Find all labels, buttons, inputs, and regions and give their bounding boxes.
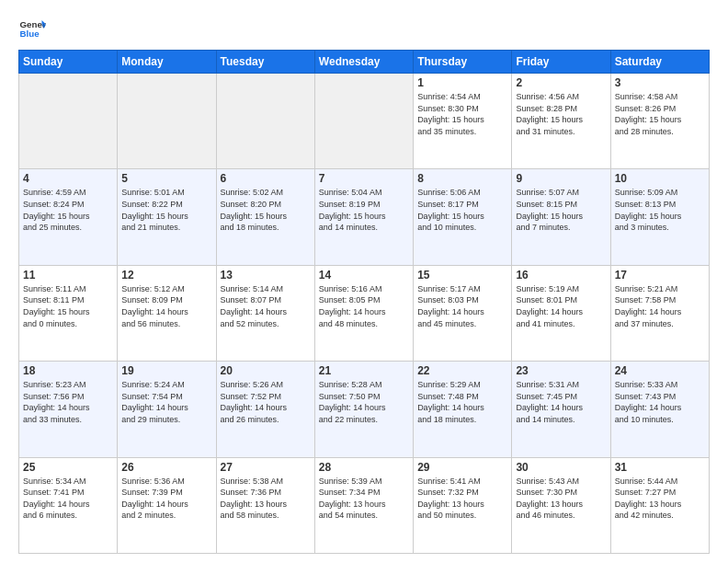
calendar-week-4: 18Sunrise: 5:23 AM Sunset: 7:56 PM Dayli… (19, 362, 710, 457)
day-number: 18 (23, 364, 113, 377)
calendar-week-1: 1Sunrise: 4:54 AM Sunset: 8:30 PM Daylig… (19, 74, 710, 169)
day-info: Sunrise: 5:41 AM Sunset: 7:32 PM Dayligh… (417, 476, 507, 522)
day-number: 23 (516, 364, 606, 377)
svg-text:Blue: Blue (20, 29, 40, 39)
day-number: 16 (516, 269, 606, 282)
day-info: Sunrise: 5:29 AM Sunset: 7:48 PM Dayligh… (417, 379, 507, 425)
day-info: Sunrise: 5:38 AM Sunset: 7:36 PM Dayligh… (221, 476, 311, 522)
calendar-cell: 23Sunrise: 5:31 AM Sunset: 7:45 PM Dayli… (512, 362, 610, 457)
day-info: Sunrise: 5:36 AM Sunset: 7:39 PM Dayligh… (121, 476, 211, 522)
day-info: Sunrise: 5:06 AM Sunset: 8:17 PM Dayligh… (417, 187, 507, 233)
calendar-week-3: 11Sunrise: 5:11 AM Sunset: 8:11 PM Dayli… (19, 265, 710, 361)
day-info: Sunrise: 5:39 AM Sunset: 7:34 PM Dayligh… (319, 476, 409, 522)
calendar-header-saturday: Saturday (610, 51, 709, 74)
day-number: 30 (516, 461, 606, 474)
day-info: Sunrise: 5:17 AM Sunset: 8:03 PM Dayligh… (417, 283, 507, 329)
day-info: Sunrise: 5:24 AM Sunset: 7:54 PM Dayligh… (121, 379, 211, 425)
day-number: 8 (417, 172, 507, 185)
calendar-cell: 3Sunrise: 4:58 AM Sunset: 8:26 PM Daylig… (610, 74, 709, 169)
day-number: 14 (319, 269, 409, 282)
calendar-cell: 25Sunrise: 5:34 AM Sunset: 7:41 PM Dayli… (19, 457, 118, 553)
day-number: 7 (319, 172, 409, 185)
calendar-header-friday: Friday (512, 51, 610, 74)
day-info: Sunrise: 4:59 AM Sunset: 8:24 PM Dayligh… (23, 187, 113, 233)
day-number: 13 (221, 269, 311, 282)
day-number: 3 (615, 76, 705, 89)
day-number: 17 (615, 269, 705, 282)
day-number: 2 (516, 76, 606, 89)
calendar-cell: 19Sunrise: 5:24 AM Sunset: 7:54 PM Dayli… (118, 362, 216, 457)
day-number: 22 (417, 364, 507, 377)
day-number: 4 (23, 172, 113, 185)
day-info: Sunrise: 5:02 AM Sunset: 8:20 PM Dayligh… (221, 187, 311, 233)
day-info: Sunrise: 5:12 AM Sunset: 8:09 PM Dayligh… (121, 283, 211, 329)
calendar-cell: 8Sunrise: 5:06 AM Sunset: 8:17 PM Daylig… (414, 169, 512, 265)
calendar-cell: 20Sunrise: 5:26 AM Sunset: 7:52 PM Dayli… (216, 362, 314, 457)
day-info: Sunrise: 5:16 AM Sunset: 8:05 PM Dayligh… (319, 283, 409, 329)
day-info: Sunrise: 4:58 AM Sunset: 8:26 PM Dayligh… (615, 91, 705, 137)
calendar-cell: 10Sunrise: 5:09 AM Sunset: 8:13 PM Dayli… (610, 169, 709, 265)
calendar-cell: 29Sunrise: 5:41 AM Sunset: 7:32 PM Dayli… (414, 457, 512, 553)
calendar-week-5: 25Sunrise: 5:34 AM Sunset: 7:41 PM Dayli… (19, 457, 710, 553)
day-info: Sunrise: 5:09 AM Sunset: 8:13 PM Dayligh… (615, 187, 705, 233)
calendar-cell: 21Sunrise: 5:28 AM Sunset: 7:50 PM Dayli… (314, 362, 413, 457)
day-number: 1 (417, 76, 507, 89)
day-info: Sunrise: 5:21 AM Sunset: 7:58 PM Dayligh… (615, 283, 705, 329)
day-info: Sunrise: 4:56 AM Sunset: 8:28 PM Dayligh… (516, 91, 606, 137)
day-info: Sunrise: 5:19 AM Sunset: 8:01 PM Dayligh… (516, 283, 606, 329)
day-number: 9 (516, 172, 606, 185)
day-number: 12 (121, 269, 211, 282)
calendar-cell: 27Sunrise: 5:38 AM Sunset: 7:36 PM Dayli… (216, 457, 314, 553)
calendar-cell: 7Sunrise: 5:04 AM Sunset: 8:19 PM Daylig… (314, 169, 413, 265)
logo: General Blue (18, 15, 46, 42)
day-number: 20 (221, 364, 311, 377)
day-number: 15 (417, 269, 507, 282)
day-number: 21 (319, 364, 409, 377)
calendar-cell: 28Sunrise: 5:39 AM Sunset: 7:34 PM Dayli… (314, 457, 413, 553)
day-info: Sunrise: 5:11 AM Sunset: 8:11 PM Dayligh… (23, 283, 113, 329)
day-info: Sunrise: 5:01 AM Sunset: 8:22 PM Dayligh… (121, 187, 211, 233)
calendar-cell: 24Sunrise: 5:33 AM Sunset: 7:43 PM Dayli… (610, 362, 709, 457)
day-number: 11 (23, 269, 113, 282)
day-info: Sunrise: 5:04 AM Sunset: 8:19 PM Dayligh… (319, 187, 409, 233)
calendar-cell: 22Sunrise: 5:29 AM Sunset: 7:48 PM Dayli… (414, 362, 512, 457)
calendar-cell: 16Sunrise: 5:19 AM Sunset: 8:01 PM Dayli… (512, 265, 610, 361)
logo-icon: General Blue (18, 15, 46, 42)
calendar-cell: 26Sunrise: 5:36 AM Sunset: 7:39 PM Dayli… (118, 457, 216, 553)
calendar-cell: 18Sunrise: 5:23 AM Sunset: 7:56 PM Dayli… (19, 362, 118, 457)
calendar-header-thursday: Thursday (414, 51, 512, 74)
calendar-cell (216, 74, 314, 169)
calendar-cell (118, 74, 216, 169)
day-info: Sunrise: 5:07 AM Sunset: 8:15 PM Dayligh… (516, 187, 606, 233)
calendar-cell: 5Sunrise: 5:01 AM Sunset: 8:22 PM Daylig… (118, 169, 216, 265)
calendar-cell: 1Sunrise: 4:54 AM Sunset: 8:30 PM Daylig… (414, 74, 512, 169)
day-number: 29 (417, 461, 507, 474)
calendar-cell: 30Sunrise: 5:43 AM Sunset: 7:30 PM Dayli… (512, 457, 610, 553)
calendar-header-wednesday: Wednesday (314, 51, 413, 74)
header: General Blue (18, 15, 710, 42)
day-info: Sunrise: 5:31 AM Sunset: 7:45 PM Dayligh… (516, 379, 606, 425)
day-number: 26 (121, 461, 211, 474)
calendar-cell: 14Sunrise: 5:16 AM Sunset: 8:05 PM Dayli… (314, 265, 413, 361)
calendar-cell: 6Sunrise: 5:02 AM Sunset: 8:20 PM Daylig… (216, 169, 314, 265)
calendar-header-row: SundayMondayTuesdayWednesdayThursdayFrid… (19, 51, 710, 74)
calendar-cell (314, 74, 413, 169)
calendar-table: SundayMondayTuesdayWednesdayThursdayFrid… (18, 50, 710, 554)
calendar-cell: 12Sunrise: 5:12 AM Sunset: 8:09 PM Dayli… (118, 265, 216, 361)
day-number: 24 (615, 364, 705, 377)
day-number: 19 (121, 364, 211, 377)
day-info: Sunrise: 4:54 AM Sunset: 8:30 PM Dayligh… (417, 91, 507, 137)
day-number: 25 (23, 461, 113, 474)
day-info: Sunrise: 5:23 AM Sunset: 7:56 PM Dayligh… (23, 379, 113, 425)
calendar-cell: 2Sunrise: 4:56 AM Sunset: 8:28 PM Daylig… (512, 74, 610, 169)
day-info: Sunrise: 5:28 AM Sunset: 7:50 PM Dayligh… (319, 379, 409, 425)
calendar-cell: 15Sunrise: 5:17 AM Sunset: 8:03 PM Dayli… (414, 265, 512, 361)
day-number: 28 (319, 461, 409, 474)
day-info: Sunrise: 5:33 AM Sunset: 7:43 PM Dayligh… (615, 379, 705, 425)
calendar-cell: 11Sunrise: 5:11 AM Sunset: 8:11 PM Dayli… (19, 265, 118, 361)
calendar-cell: 4Sunrise: 4:59 AM Sunset: 8:24 PM Daylig… (19, 169, 118, 265)
calendar-week-2: 4Sunrise: 4:59 AM Sunset: 8:24 PM Daylig… (19, 169, 710, 265)
calendar-cell: 13Sunrise: 5:14 AM Sunset: 8:07 PM Dayli… (216, 265, 314, 361)
calendar-header-sunday: Sunday (19, 51, 118, 74)
day-number: 6 (221, 172, 311, 185)
